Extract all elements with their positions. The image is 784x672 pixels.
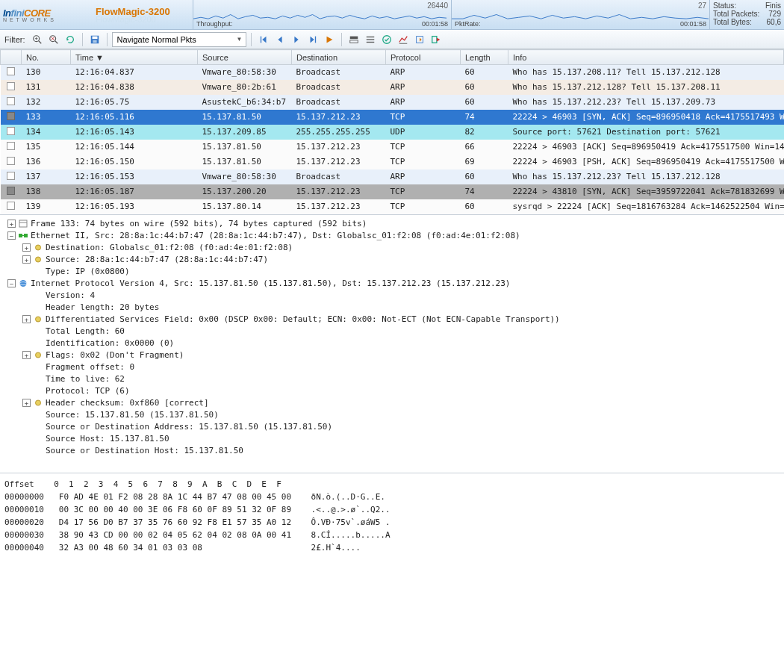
- detail-line[interactable]: Identification: 0x0000 (0): [4, 337, 780, 349]
- play-button[interactable]: [322, 32, 337, 47]
- detail-line[interactable]: +Differentiated Services Field: 0x00 (DS…: [4, 314, 780, 326]
- detail-line[interactable]: Source or Destination Address: 15.137.81…: [4, 421, 780, 433]
- detail-line[interactable]: +Frame 133: 74 bytes on wire (592 bits),…: [4, 218, 780, 230]
- dot-icon: [34, 255, 43, 264]
- zoom-in-button[interactable]: [30, 32, 45, 47]
- table-row[interactable]: 134 12:16:05.143 15.137.209.85 255.255.2…: [1, 125, 784, 140]
- prev-button[interactable]: [273, 32, 287, 47]
- detail-line[interactable]: Source Host: 15.137.81.50: [4, 433, 780, 445]
- cell-proto: TCP: [386, 140, 461, 155]
- detail-line[interactable]: Time to live: 62: [4, 373, 780, 385]
- expand-icon[interactable]: +: [22, 315, 31, 323]
- detail-line[interactable]: Source: 15.137.81.50 (15.137.81.50): [4, 409, 780, 421]
- svg-marker-14: [278, 36, 281, 43]
- row-checkbox[interactable]: [7, 112, 15, 120]
- layout1-button[interactable]: [346, 32, 361, 47]
- check-button[interactable]: [379, 32, 394, 47]
- hex-pane[interactable]: Offset 0 1 2 3 4 5 6 7 8 9 A B C D E F 0…: [0, 473, 784, 559]
- expand-icon[interactable]: +: [7, 220, 16, 228]
- export-button[interactable]: [412, 32, 427, 47]
- row-checkbox[interactable]: [7, 127, 15, 135]
- layout2-button[interactable]: [363, 32, 378, 47]
- detail-text: Fragment offset: 0: [46, 361, 134, 373]
- table-row[interactable]: 137 12:16:05.153 Vmware_80:58:30 Broadca…: [1, 169, 784, 184]
- col-source[interactable]: Source: [198, 50, 292, 65]
- row-checkbox[interactable]: [7, 157, 15, 165]
- detail-text: Source: 28:8a:1c:44:b7:47 (28:8a:1c:44:b…: [46, 254, 268, 266]
- status-box: Status:Finis Total Packets:729 Total Byt…: [709, 0, 784, 29]
- collapse-icon[interactable]: −: [7, 231, 16, 240]
- table-row[interactable]: 133 12:16:05.116 15.137.81.50 15.137.212…: [1, 110, 784, 125]
- navigate-select[interactable]: Navigate Normal Pkts: [112, 32, 246, 47]
- detail-line[interactable]: Fragment offset: 0: [4, 361, 780, 373]
- cell-info: 22224 > 43810 [SYN, ACK] Seq=3959722041 …: [508, 184, 784, 199]
- col-check[interactable]: [1, 50, 22, 65]
- pktrate-graph: 27 PktRate: 00:01:58: [451, 0, 709, 29]
- detail-line[interactable]: Protocol: TCP (6): [4, 385, 780, 397]
- row-checkbox[interactable]: [7, 97, 15, 105]
- exit-button[interactable]: [429, 32, 444, 47]
- detail-line[interactable]: Version: 4: [4, 290, 780, 302]
- cell-source: Vmware_80:58:30: [198, 169, 292, 184]
- row-checkbox[interactable]: [7, 172, 15, 180]
- col-dest[interactable]: Destination: [292, 50, 386, 65]
- col-len[interactable]: Length: [461, 50, 508, 65]
- detail-line[interactable]: Type: IP (0x0800): [4, 266, 780, 278]
- details-pane[interactable]: +Frame 133: 74 bytes on wire (592 bits),…: [0, 214, 784, 473]
- first-button[interactable]: [256, 32, 271, 47]
- expand-icon[interactable]: +: [22, 351, 31, 359]
- ip-icon: [19, 279, 28, 287]
- next-button[interactable]: [289, 32, 304, 47]
- detail-line[interactable]: −Internet Protocol Version 4, Src: 15.13…: [4, 278, 780, 290]
- table-row[interactable]: 132 12:16:05.75 AsustekC_b6:34:b7 Broadc…: [1, 95, 784, 110]
- detail-line[interactable]: Header length: 20 bytes: [4, 302, 780, 314]
- cell-source: AsustekC_b6:34:b7: [198, 95, 292, 110]
- table-row[interactable]: 136 12:16:05.150 15.137.81.50 15.137.212…: [1, 155, 784, 169]
- detail-line[interactable]: Total Length: 60: [4, 326, 780, 337]
- svg-point-40: [36, 352, 41, 358]
- dot-icon: [34, 399, 43, 407]
- cell-proto: TCP: [386, 155, 461, 169]
- expand-icon[interactable]: +: [22, 399, 31, 407]
- col-no[interactable]: No.: [22, 50, 71, 65]
- cell-info: Source port: 57621 Destination port: 576…: [508, 125, 784, 140]
- row-checkbox[interactable]: [7, 67, 15, 75]
- detail-line[interactable]: Source or Destination Host: 15.137.81.50: [4, 445, 780, 457]
- cell-dest: 255.255.255.255: [292, 125, 386, 140]
- col-proto[interactable]: Protocol: [386, 50, 461, 65]
- table-row[interactable]: 131 12:16:04.838 Vmware_80:2b:61 Broadca…: [1, 80, 784, 95]
- table-row[interactable]: 139 12:16:05.193 15.137.80.14 15.137.212…: [1, 199, 784, 214]
- table-row[interactable]: 130 12:16:04.837 Vmware_80:58:30 Broadca…: [1, 65, 784, 80]
- collapse-icon[interactable]: −: [7, 279, 16, 287]
- cell-len: 74: [461, 184, 508, 199]
- col-time[interactable]: Time ▼: [71, 50, 198, 65]
- refresh-button[interactable]: [63, 32, 78, 47]
- detail-line[interactable]: −Ethernet II, Src: 28:8a:1c:44:b7:47 (28…: [4, 230, 780, 242]
- row-checkbox[interactable]: [7, 202, 15, 210]
- row-checkbox[interactable]: [7, 142, 15, 150]
- col-info[interactable]: Info: [508, 50, 784, 65]
- cell-time: 12:16:04.837: [71, 65, 198, 80]
- cell-no: 134: [22, 125, 71, 140]
- cell-len: 60: [461, 199, 508, 214]
- save-button[interactable]: [87, 32, 102, 47]
- detail-line[interactable]: +Destination: Globalsc_01:f2:08 (f0:ad:4…: [4, 242, 780, 254]
- detail-text: Version: 4: [46, 290, 95, 302]
- expand-icon[interactable]: +: [22, 243, 31, 252]
- packet-table[interactable]: No. Time ▼ Source Destination Protocol L…: [0, 49, 784, 214]
- detail-line[interactable]: +Header checksum: 0xf860 [correct]: [4, 397, 780, 409]
- detail-text: Internet Protocol Version 4, Src: 15.137…: [31, 278, 510, 290]
- row-checkbox[interactable]: [7, 187, 15, 195]
- table-row[interactable]: 138 12:16:05.187 15.137.200.20 15.137.21…: [1, 184, 784, 199]
- expand-icon[interactable]: +: [22, 255, 31, 264]
- last-button[interactable]: [305, 32, 320, 47]
- zoom-out-button[interactable]: [46, 32, 61, 47]
- table-row[interactable]: 135 12:16:05.144 15.137.81.50 15.137.212…: [1, 140, 784, 155]
- cell-proto: TCP: [386, 184, 461, 199]
- graph-button[interactable]: [396, 32, 411, 47]
- cell-time: 12:16:04.838: [71, 80, 198, 95]
- detail-text: Total Length: 60: [46, 326, 125, 337]
- row-checkbox[interactable]: [7, 82, 15, 90]
- detail-line[interactable]: +Source: 28:8a:1c:44:b7:47 (28:8a:1c:44:…: [4, 254, 780, 266]
- detail-line[interactable]: +Flags: 0x02 (Don't Fragment): [4, 349, 780, 361]
